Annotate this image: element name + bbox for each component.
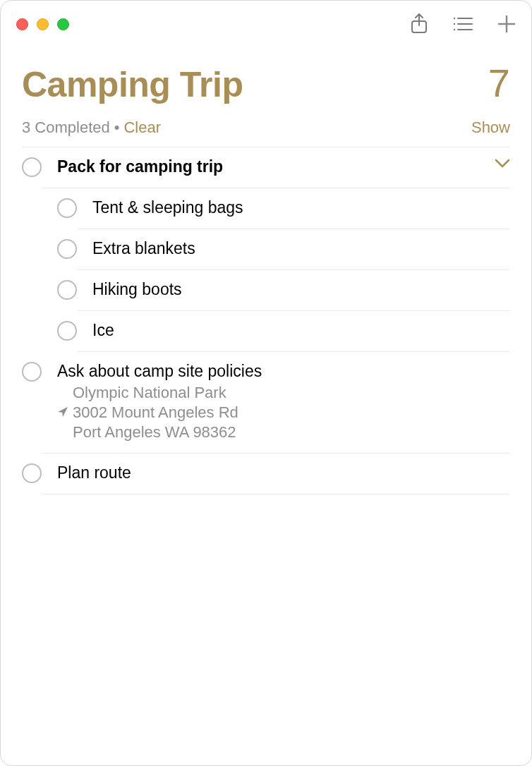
fullscreen-button[interactable] <box>57 18 69 30</box>
location-icon <box>57 403 73 422</box>
separator-dot: • <box>114 118 120 136</box>
expand-subtasks-button[interactable] <box>495 159 510 171</box>
reminder-title: Ask about camp site policies <box>57 360 510 382</box>
reminder-list: Pack for camping trip Tent & sleeping ba… <box>1 147 531 494</box>
reminder-title: Extra blankets <box>92 238 510 260</box>
list-button[interactable] <box>452 16 473 32</box>
reminder-title: Ice <box>92 320 510 341</box>
window: Camping Trip 7 3 Completed•Clear Show Pa… <box>0 0 532 766</box>
svg-point-3 <box>454 23 455 25</box>
add-button[interactable] <box>497 15 516 33</box>
reminder-subitem-ice[interactable]: Ice <box>22 311 510 352</box>
reminder-content: Ice <box>77 320 510 352</box>
completed-count-text: 3 Completed <box>22 118 110 136</box>
clear-button[interactable]: Clear <box>123 118 161 136</box>
header: Camping Trip 7 <box>1 44 531 106</box>
svg-point-1 <box>454 18 455 19</box>
reminder-content: Tent & sleeping bags <box>77 197 510 229</box>
checkbox-ring[interactable] <box>22 463 42 483</box>
reminder-content: Hiking boots <box>77 279 510 311</box>
checkbox-ring[interactable] <box>22 362 42 382</box>
location-addr1: 3002 Mount Angeles Rd <box>73 403 238 422</box>
list-icon <box>452 16 473 32</box>
reminder-subitem-blankets[interactable]: Extra blankets <box>22 229 510 270</box>
location-name: Olympic National Park <box>57 382 510 403</box>
location-address-row: 3002 Mount Angeles Rd <box>57 403 510 422</box>
reminder-content: Ask about camp site policies Olympic Nat… <box>42 360 510 453</box>
subheader: 3 Completed•Clear Show <box>1 106 531 144</box>
toolbar-actions <box>410 13 516 35</box>
share-button[interactable] <box>410 13 428 35</box>
reminder-subitem-tent[interactable]: Tent & sleeping bags <box>22 188 510 229</box>
reminder-title: Pack for camping trip <box>57 156 510 178</box>
share-icon <box>410 13 428 35</box>
chevron-down-icon <box>495 159 510 169</box>
checkbox-ring[interactable] <box>57 321 77 341</box>
checkbox-ring[interactable] <box>22 157 42 177</box>
plus-icon <box>497 15 516 33</box>
remaining-count: 7 <box>488 60 510 106</box>
checkbox-ring[interactable] <box>57 280 77 300</box>
svg-point-5 <box>454 29 455 30</box>
checkbox-ring[interactable] <box>57 239 77 259</box>
reminder-item-plan[interactable]: Plan route <box>22 454 510 494</box>
location-addr2: Port Angeles WA 98362 <box>57 422 510 443</box>
checkbox-ring[interactable] <box>57 198 77 218</box>
reminder-content: Extra blankets <box>77 238 510 270</box>
reminder-content: Pack for camping trip <box>42 156 510 188</box>
minimize-button[interactable] <box>37 18 49 30</box>
titlebar <box>1 1 531 44</box>
reminder-title: Tent & sleeping bags <box>92 197 510 219</box>
reminder-title: Hiking boots <box>92 279 510 300</box>
reminder-item-ask[interactable]: Ask about camp site policies Olympic Nat… <box>22 352 510 453</box>
completed-summary: 3 Completed•Clear <box>22 118 161 137</box>
reminder-title: Plan route <box>57 462 510 484</box>
list-title: Camping Trip <box>22 64 243 105</box>
close-button[interactable] <box>16 18 28 30</box>
reminder-content: Plan route <box>42 462 510 494</box>
reminder-item-pack[interactable]: Pack for camping trip <box>22 147 510 188</box>
show-button[interactable]: Show <box>471 118 510 137</box>
reminder-subitem-boots[interactable]: Hiking boots <box>22 270 510 311</box>
traffic-lights <box>16 18 69 30</box>
